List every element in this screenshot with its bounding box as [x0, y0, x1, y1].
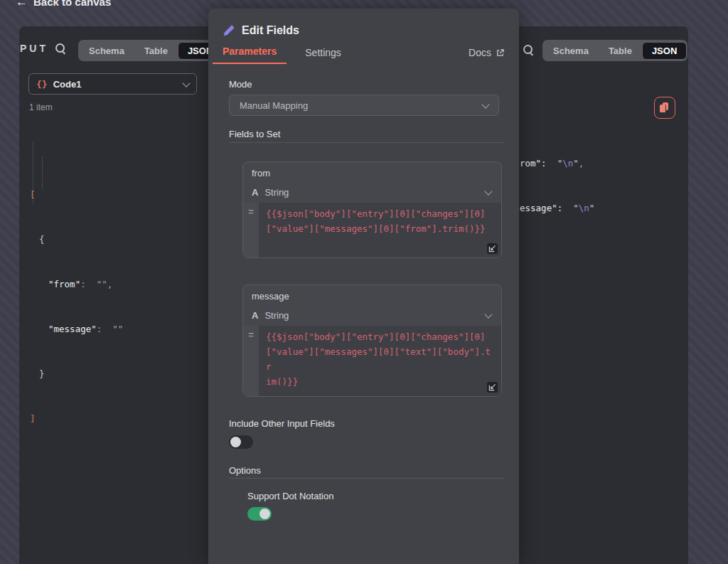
- dialog-title: Edit Fields: [242, 24, 299, 37]
- include-other-fields-toggle[interactable]: [229, 435, 253, 449]
- toggle-knob: [230, 437, 241, 447]
- field-name-input[interactable]: message: [252, 291, 289, 302]
- input-node-name: Code1: [53, 79, 183, 90]
- expression-code[interactable]: {{$json["body"]["entry"][0]["changes"][0…: [259, 326, 501, 396]
- output-panel: Schema Table JSON rom": "\n", essage": "…: [510, 26, 688, 564]
- tab-settings[interactable]: Settings: [295, 47, 351, 64]
- input-node-selector[interactable]: {} Code1: [28, 73, 197, 95]
- expression-editor[interactable]: = {{$json["body"]["entry"][0]["changes"]…: [243, 326, 501, 396]
- field-card-message: message A String = {{$json["body"]["entr…: [242, 284, 502, 397]
- input-panel-title: PUT: [20, 43, 48, 54]
- mode-select-value: Manual Mapping: [240, 100, 483, 111]
- back-to-canvas-button[interactable]: ← Back to canvas: [16, 0, 111, 8]
- output-tab-schema[interactable]: Schema: [543, 42, 599, 60]
- output-tab-json[interactable]: JSON: [642, 42, 687, 60]
- json-line: [: [30, 187, 123, 202]
- output-json-viewer: rom": "\n", essage": "\n": [520, 126, 594, 245]
- json-line: }: [30, 366, 123, 381]
- field-type-value: String: [264, 187, 486, 198]
- expand-expression-button[interactable]: [487, 382, 498, 393]
- output-display-mode-tabs: Schema Table JSON: [542, 40, 687, 61]
- section-divider: [229, 142, 505, 143]
- toggle-knob: [259, 509, 270, 519]
- json-line: "message": "": [30, 321, 123, 336]
- expand-icon: [488, 383, 496, 391]
- string-type-icon: A: [252, 187, 258, 198]
- mode-select[interactable]: Manual Mapping: [229, 95, 499, 116]
- expand-icon: [488, 245, 496, 252]
- external-link-icon: [496, 48, 505, 58]
- json-line: "from": "",: [30, 277, 123, 292]
- input-panel: PUT Schema Table JSON {} Code1 1 item [ …: [19, 26, 219, 564]
- chevron-down-icon: [484, 187, 492, 195]
- docs-label: Docs: [469, 47, 491, 58]
- field-type-value: String: [264, 310, 486, 321]
- indent-guide: [33, 142, 33, 203]
- copy-output-button[interactable]: [654, 97, 675, 119]
- options-label: Options: [229, 465, 261, 476]
- json-line: ]: [30, 411, 123, 426]
- docs-link[interactable]: Docs: [469, 47, 505, 64]
- dialog-tabs: Parameters Settings Docs: [213, 47, 505, 64]
- json-line: {: [30, 232, 123, 247]
- input-tab-schema[interactable]: Schema: [79, 42, 134, 60]
- field-card-from: from A String = {{$json["body"]["entry"]…: [242, 161, 502, 258]
- code-node-icon: {}: [36, 79, 48, 90]
- fields-to-set-label: Fields to Set: [229, 129, 280, 139]
- indent-guide: [42, 156, 43, 189]
- support-dot-notation-toggle[interactable]: [247, 507, 272, 521]
- input-items-count: 1 item: [29, 102, 53, 112]
- input-tab-table[interactable]: Table: [134, 42, 178, 60]
- search-icon[interactable]: [523, 44, 535, 57]
- output-tab-table[interactable]: Table: [599, 42, 642, 60]
- support-dot-notation-label: Support Dot Notation: [247, 491, 333, 501]
- chevron-down-icon: [182, 79, 190, 87]
- expression-equals-gutter: =: [243, 326, 259, 396]
- tab-parameters[interactable]: Parameters: [213, 46, 287, 64]
- mode-label: Mode: [229, 79, 252, 90]
- pencil-icon: [223, 24, 235, 37]
- back-arrow-icon: ←: [16, 0, 28, 8]
- expand-expression-button[interactable]: [487, 243, 498, 254]
- expression-equals-gutter: =: [243, 203, 259, 257]
- field-type-select[interactable]: A String: [243, 182, 501, 202]
- section-divider: [229, 478, 505, 479]
- chevron-down-icon: [484, 310, 492, 318]
- expression-code[interactable]: {{$json["body"]["entry"][0]["changes"][0…: [259, 203, 501, 257]
- field-name-input[interactable]: from: [252, 168, 270, 179]
- copy-icon: [660, 102, 671, 114]
- search-icon[interactable]: [55, 43, 68, 55]
- string-type-icon: A: [252, 310, 258, 321]
- chevron-down-icon: [481, 100, 489, 108]
- input-json-viewer: [ { "from": "", "message": "" } ]: [30, 127, 123, 456]
- back-to-canvas-label: Back to canvas: [33, 0, 111, 8]
- input-display-mode-tabs: Schema Table JSON: [78, 40, 223, 61]
- json-line: rom": "\n",: [520, 156, 594, 171]
- field-type-select[interactable]: A String: [243, 305, 501, 325]
- edit-fields-dialog: Edit Fields Parameters Settings Docs Mod…: [208, 9, 519, 564]
- expression-editor[interactable]: = {{$json["body"]["entry"][0]["changes"]…: [243, 203, 501, 257]
- include-other-fields-label: Include Other Input Fields: [229, 418, 335, 429]
- json-line: essage": "\n": [520, 201, 594, 216]
